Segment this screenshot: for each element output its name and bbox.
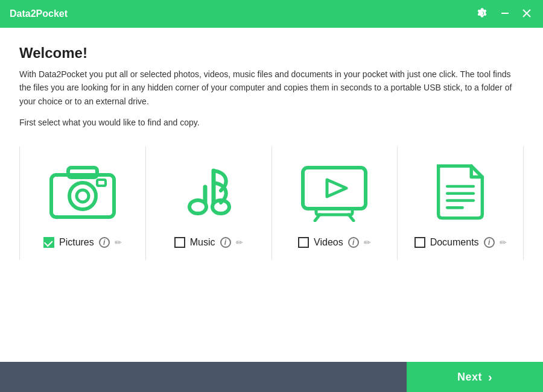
welcome-description: With Data2Pocket you put all or selected… [19,68,524,108]
svg-rect-12 [303,168,366,209]
documents-edit-icon[interactable]: ✏ [500,238,507,247]
videos-icon-wrap [292,159,376,225]
music-checkbox[interactable] [174,237,185,248]
close-button[interactable] [520,7,533,21]
welcome-instruction: First select what you would like to find… [19,118,524,127]
videos-icon [298,162,370,222]
main-content: Welcome! With Data2Pocket you put all or… [0,28,543,362]
documents-icon [424,162,497,222]
minimize-icon [501,9,509,17]
pictures-checkbox[interactable] [43,237,54,248]
pictures-icon-wrap [40,159,125,225]
pictures-edit-icon[interactable]: ✏ [115,238,122,247]
music-icon [173,162,245,222]
svg-rect-7 [97,180,106,186]
videos-label-row: Videos i ✏ [298,237,371,248]
close-icon [522,9,531,17]
category-videos: Videos i ✏ [272,147,398,260]
next-label: Next [457,371,482,384]
footer: Next › [0,362,543,392]
videos-edit-icon[interactable]: ✏ [364,238,371,247]
music-info-icon[interactable]: i [220,237,231,248]
gear-icon [475,7,487,19]
svg-rect-14 [316,209,352,215]
window-controls [473,6,533,22]
next-chevron-icon: › [488,370,492,384]
music-edit-icon[interactable]: ✏ [236,238,243,247]
category-documents: Documents i ✏ [398,147,524,260]
minimize-button[interactable] [498,7,512,21]
categories-row: Pictures i ✏ [19,147,524,260]
svg-marker-13 [327,180,346,197]
videos-checkbox[interactable] [298,237,309,248]
svg-rect-0 [501,13,509,14]
documents-info-icon[interactable]: i [484,237,495,248]
documents-checkbox[interactable] [414,237,425,248]
category-pictures: Pictures i ✏ [19,147,146,260]
app-title: Data2Pocket [10,8,68,19]
pictures-label: Pictures [59,237,94,248]
pictures-label-row: Pictures i ✏ [43,237,122,248]
title-bar: Data2Pocket [0,0,543,28]
svg-point-5 [69,183,96,209]
pictures-info-icon[interactable]: i [99,237,110,248]
svg-point-6 [77,190,89,202]
welcome-title: Welcome! [19,45,524,62]
documents-label-row: Documents i ✏ [414,237,507,248]
category-music: Music i ✏ [146,147,272,260]
svg-rect-4 [68,168,97,177]
music-label-row: Music i ✏ [174,237,243,248]
documents-label: Documents [430,237,479,248]
pictures-icon [46,162,119,222]
next-button[interactable]: Next › [407,362,543,392]
music-label: Music [190,237,215,248]
svg-line-16 [349,215,354,221]
videos-label: Videos [314,237,343,248]
music-icon-wrap [167,159,251,225]
settings-button[interactable] [473,6,490,22]
videos-info-icon[interactable]: i [348,237,359,248]
svg-line-15 [315,215,320,221]
documents-icon-wrap [418,159,503,225]
